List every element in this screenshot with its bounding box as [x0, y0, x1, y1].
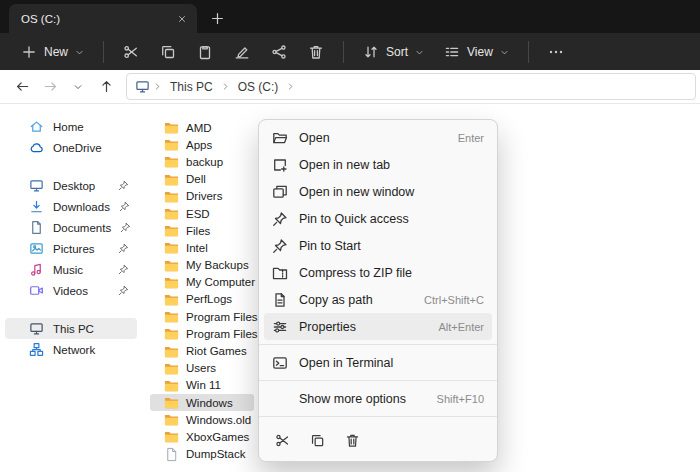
back-button[interactable]	[9, 74, 35, 100]
new-tab-button[interactable]	[210, 11, 225, 26]
more-options-button[interactable]	[539, 38, 573, 66]
file-row[interactable]: Windows	[150, 394, 254, 411]
menu-item-open-in-new-tab[interactable]: Open in new tab	[264, 151, 492, 178]
folder-icon	[164, 137, 179, 152]
delete-button[interactable]	[337, 426, 368, 454]
up-button[interactable]	[93, 74, 119, 100]
sidebar-item-pictures[interactable]: Pictures	[5, 238, 137, 259]
file-row[interactable]: Program Files (x86)	[150, 325, 254, 342]
copy-button[interactable]	[302, 426, 333, 454]
menu-item-shortcut: Ctrl+Shift+C	[424, 294, 484, 306]
breadcrumb-this-pc[interactable]: This PC	[165, 78, 218, 96]
file-row[interactable]: My Computer	[150, 274, 254, 291]
explorer-tab[interactable]: OS (C:)	[9, 4, 197, 33]
icon-spacer	[272, 391, 288, 407]
file-name: Dell	[186, 173, 206, 185]
file-row[interactable]: ESD	[150, 205, 254, 222]
terminal-icon	[272, 355, 288, 371]
file-row[interactable]: AMD	[150, 119, 254, 136]
file-row[interactable]: Users	[150, 360, 254, 377]
new-button[interactable]: New	[12, 38, 93, 66]
menu-item-shortcut: Enter	[458, 132, 484, 144]
menu-separator	[259, 416, 497, 417]
trash-icon	[345, 433, 360, 448]
file-name: AMD	[186, 122, 212, 134]
chevron-down-icon	[500, 48, 509, 57]
sidebar-item-downloads[interactable]: Downloads	[5, 196, 137, 217]
folder-icon	[164, 172, 179, 187]
view-icon	[444, 44, 460, 60]
close-icon[interactable]	[173, 10, 191, 28]
folder-icon	[164, 326, 179, 341]
file-row[interactable]: Apps	[150, 136, 254, 153]
open-icon	[272, 130, 288, 146]
file-row[interactable]: Drivers	[150, 188, 254, 205]
file-name: Users	[186, 362, 216, 374]
menu-separator	[259, 344, 497, 345]
paste-button[interactable]	[188, 38, 222, 66]
sidebar-item-videos[interactable]: Videos	[5, 280, 137, 301]
file-row[interactable]: Files	[150, 222, 254, 239]
share-button[interactable]	[262, 38, 296, 66]
file-name: ESD	[186, 208, 210, 220]
copy-icon	[160, 44, 176, 60]
sidebar-item-onedrive[interactable]: OneDrive	[5, 137, 137, 158]
sidebar-item-network[interactable]: Network	[5, 339, 137, 360]
sidebar-item-desktop[interactable]: Desktop	[5, 175, 137, 196]
file-name: XboxGames	[186, 431, 249, 443]
menu-item-open-in-terminal[interactable]: Open in Terminal	[264, 349, 492, 376]
folder-icon	[164, 395, 179, 410]
menu-item-properties[interactable]: PropertiesAlt+Enter	[264, 313, 492, 340]
file-row[interactable]: Win 11	[150, 377, 254, 394]
menu-item-open[interactable]: OpenEnter	[264, 124, 492, 151]
view-button[interactable]: View	[435, 38, 518, 66]
chevron-right-icon	[286, 82, 295, 91]
menu-item-pin-to-quick-access[interactable]: Pin to Quick access	[264, 205, 492, 232]
sidebar-item-this-pc[interactable]: This PC	[5, 318, 137, 339]
menu-item-compress-to-zip-file[interactable]: Compress to ZIP file	[264, 259, 492, 286]
delete-button[interactable]	[299, 38, 333, 66]
pin-icon	[272, 211, 288, 227]
file-name: Apps	[186, 139, 212, 151]
file-row[interactable]: Windows.old	[150, 411, 254, 428]
cut-button[interactable]	[267, 426, 298, 454]
forward-button[interactable]	[37, 74, 63, 100]
sidebar-item-label: Pictures	[53, 243, 109, 255]
file-name: Win 11	[186, 379, 221, 391]
menu-item-pin-to-start[interactable]: Pin to Start	[264, 232, 492, 259]
file-row[interactable]: Intel	[150, 239, 254, 256]
music-icon	[29, 262, 44, 277]
breadcrumb-os-c[interactable]: OS (C:)	[233, 78, 284, 96]
file-row[interactable]: Riot Games	[150, 342, 254, 359]
menu-item-copy-as-path[interactable]: Copy as pathCtrl+Shift+C	[264, 286, 492, 313]
file-row[interactable]: XboxGames	[150, 428, 254, 445]
file-row[interactable]: DumpStack	[150, 446, 254, 463]
file-name: Drivers	[186, 190, 222, 202]
file-row[interactable]: Dell	[150, 171, 254, 188]
plus-icon	[21, 44, 37, 60]
menu-item-show-more-options[interactable]: Show more optionsShift+F10	[264, 385, 492, 412]
sidebar-item-home[interactable]: Home	[5, 116, 137, 137]
file-row[interactable]: Program Files	[150, 308, 254, 325]
file-row[interactable]: My Backups	[150, 257, 254, 274]
copy-button[interactable]	[151, 38, 185, 66]
file-name: My Backups	[186, 259, 249, 271]
sort-button[interactable]: Sort	[354, 38, 433, 66]
new-button-label: New	[44, 45, 68, 59]
menu-item-label: Properties	[299, 320, 427, 334]
file-row[interactable]: PerfLogs	[150, 291, 254, 308]
menu-item-open-in-new-window[interactable]: Open in new window	[264, 178, 492, 205]
menu-item-label: Copy as path	[299, 293, 413, 307]
sidebar-item-music[interactable]: Music	[5, 259, 137, 280]
sidebar-item-documents[interactable]: Documents	[5, 217, 137, 238]
folder-icon	[164, 258, 179, 273]
file-name: backup	[186, 156, 223, 168]
address-bar[interactable]: This PC OS (C:)	[126, 73, 696, 100]
cut-button[interactable]	[114, 38, 148, 66]
sidebar-item-label: Network	[53, 344, 129, 356]
menu-item-label: Open in new tab	[299, 158, 484, 172]
file-row[interactable]: backup	[150, 153, 254, 170]
menu-item-label: Pin to Start	[299, 239, 484, 253]
rename-button[interactable]	[225, 38, 259, 66]
recent-locations-button[interactable]	[65, 74, 91, 100]
